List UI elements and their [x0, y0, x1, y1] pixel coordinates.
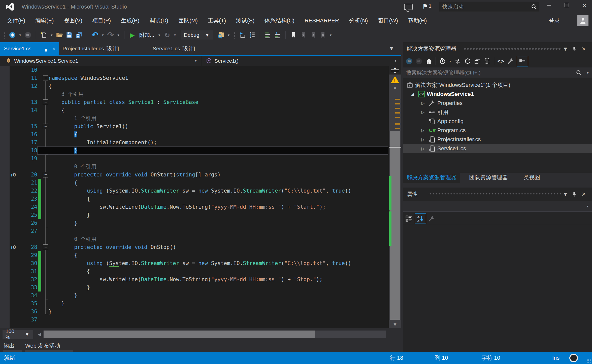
save-all-icon[interactable]: [75, 30, 83, 40]
back-icon[interactable]: [405, 56, 413, 66]
close-tab-icon[interactable]: ×: [52, 42, 55, 55]
editor-vertical-scrollbar[interactable]: ▲ ▼ ▲ ▼: [389, 66, 401, 328]
panel-tab-2[interactable]: 类视图: [520, 173, 544, 183]
menu-item-5[interactable]: 调试(D): [144, 14, 173, 28]
refresh-circ-icon[interactable]: [464, 56, 472, 66]
pin-icon[interactable]: [572, 188, 576, 201]
tab-service1-design[interactable]: Service1.cs [设计]: [148, 42, 205, 55]
expand-icon[interactable]: ▷: [419, 110, 427, 115]
menu-item-8[interactable]: 测试(S): [231, 14, 259, 28]
chevron-down-icon[interactable]: ▾: [227, 33, 231, 37]
panel-tab-1[interactable]: 团队资源管理器: [466, 173, 511, 183]
pin-icon[interactable]: [572, 42, 576, 55]
forward-icon[interactable]: [24, 30, 32, 40]
splitter-handle-icon[interactable]: ▲ ▼: [389, 66, 401, 75]
redo-icon[interactable]: ↷: [107, 30, 114, 40]
override-gutter-icon[interactable]: ↑O: [10, 243, 16, 251]
document-outline-icon[interactable]: [248, 30, 256, 40]
properties-object-dropdown[interactable]: ▾: [403, 201, 592, 212]
tree-item-app.config[interactable]: App.config: [403, 117, 592, 126]
chevron-down-icon[interactable]: ▾: [586, 67, 589, 78]
panel-tab-0[interactable]: 解决方案资源管理器: [403, 173, 460, 183]
menu-item-3[interactable]: 项目(P): [87, 14, 116, 28]
code-editor[interactable]: 1011−namespace WindowsService112{ 3 个引用1…: [0, 66, 401, 328]
menu-item-12[interactable]: 窗口(W): [373, 14, 403, 28]
categorized-icon[interactable]: [405, 214, 413, 224]
feedback-icon[interactable]: [404, 4, 413, 10]
chevron-down-icon[interactable]: ▾: [329, 33, 333, 37]
forward-icon[interactable]: [415, 56, 423, 66]
window-position-icon[interactable]: ▼: [564, 42, 567, 55]
menu-item-13[interactable]: 帮助(H): [403, 14, 432, 28]
notifications-flag-icon[interactable]: ⚑1: [422, 3, 432, 10]
toolbar-grip[interactable]: [234, 31, 235, 39]
bookmark-next-icon[interactable]: [309, 30, 317, 40]
collapse-region-icon[interactable]: −: [43, 99, 48, 105]
override-gutter-icon[interactable]: ↑O: [10, 171, 16, 179]
tree-item--windowsservice1-1-[interactable]: 解决方案"WindowsService1"(1 个项目): [403, 81, 592, 90]
show-all-files-icon[interactable]: [483, 56, 491, 66]
menu-item-7[interactable]: 工具(T): [203, 14, 231, 28]
scroll-up-icon[interactable]: ▲: [389, 85, 401, 90]
collapse-region-icon[interactable]: −: [43, 172, 48, 177]
collapse-icon[interactable]: ◢: [408, 92, 417, 97]
tree-item-windowsservice1[interactable]: ◢C#WindowsService1: [403, 90, 592, 99]
minimize-button[interactable]: [543, 0, 555, 11]
expand-icon[interactable]: ▷: [419, 137, 427, 142]
scroll-left-icon[interactable]: ◀: [38, 331, 41, 338]
collapse-region-icon[interactable]: −: [43, 244, 48, 250]
chevron-down-icon[interactable]: ▾: [117, 33, 120, 37]
type-dropdown[interactable]: WindowsService1.Service1 ▾: [0, 56, 202, 66]
expand-icon[interactable]: ▷: [419, 128, 427, 133]
tab-projectinstaller-design[interactable]: ProjectInstaller.cs [设计]: [59, 42, 148, 55]
refresh-icon[interactable]: ↻: [163, 30, 171, 40]
new-file-icon[interactable]: [40, 30, 48, 40]
user-avatar-icon[interactable]: [577, 15, 588, 26]
menu-item-10[interactable]: RESHARPER: [300, 14, 344, 28]
attach-label[interactable]: 附加...: [139, 31, 154, 39]
warning-icon[interactable]: [391, 76, 399, 83]
tree-item--[interactable]: ▷引用: [403, 108, 592, 117]
editor-horizontal-scrollbar[interactable]: [43, 331, 386, 338]
tree-item-service1.cs[interactable]: ▷Service1.cs: [403, 144, 592, 153]
menu-item-11[interactable]: 分析(N): [344, 14, 373, 28]
chevron-down-icon[interactable]: ▾: [173, 33, 177, 37]
home-icon[interactable]: [425, 56, 433, 66]
solution-explorer-search[interactable]: 搜索解决方案资源管理器(Ctrl+;) ▾: [403, 67, 592, 78]
menu-item-2[interactable]: 视图(V): [59, 14, 87, 28]
window-position-icon[interactable]: ▼: [564, 188, 567, 201]
expand-icon[interactable]: ▷: [419, 146, 427, 151]
toolbar-grip[interactable]: [4, 31, 5, 39]
resharper-status-icon[interactable]: [569, 354, 578, 362]
tree-item-projectinstaller.cs[interactable]: ▷ProjectInstaller.cs: [403, 135, 592, 144]
close-icon[interactable]: ×: [581, 42, 586, 55]
expand-icon[interactable]: ▷: [419, 101, 427, 106]
bookmark-icon[interactable]: [290, 30, 297, 40]
format-list-alt-icon[interactable]: [274, 30, 281, 40]
tree-item-program.cs[interactable]: ▷C#Program.cs: [403, 126, 592, 135]
menu-item-0[interactable]: 文件(F): [2, 14, 30, 28]
collapse-all-icon[interactable]: [473, 56, 481, 66]
find-in-files-icon[interactable]: [217, 30, 225, 40]
close-button[interactable]: ×: [578, 0, 590, 11]
chevron-down-icon[interactable]: ▾: [101, 33, 105, 37]
chevron-down-icon[interactable]: ▾: [448, 59, 452, 63]
collapse-region-icon[interactable]: −: [43, 75, 48, 81]
select-cursor-icon[interactable]: [238, 30, 246, 40]
maximize-button[interactable]: [561, 0, 573, 11]
member-dropdown[interactable]: Service1() ▾: [202, 56, 401, 66]
menu-item-6[interactable]: 团队(M): [173, 14, 203, 28]
quick-launch-box[interactable]: 快速启动: [439, 2, 539, 12]
menu-item-4[interactable]: 生成(B): [116, 14, 144, 28]
solution-configurations-dropdown[interactable]: Debug▾: [181, 30, 213, 40]
menu-item-1[interactable]: 编辑(E): [30, 14, 59, 28]
back-icon[interactable]: [9, 30, 16, 40]
wrench-dim-icon[interactable]: [428, 214, 436, 224]
open-folder-icon[interactable]: [56, 30, 63, 40]
start-debug-icon[interactable]: ▶: [128, 30, 136, 40]
bookmark-clear-icon[interactable]: [319, 30, 327, 40]
resize-grip[interactable]: [586, 358, 591, 363]
chevron-down-icon[interactable]: ▾: [158, 33, 161, 37]
chevron-down-icon[interactable]: ▾: [50, 33, 53, 37]
pending-changes-icon[interactable]: [439, 56, 447, 66]
